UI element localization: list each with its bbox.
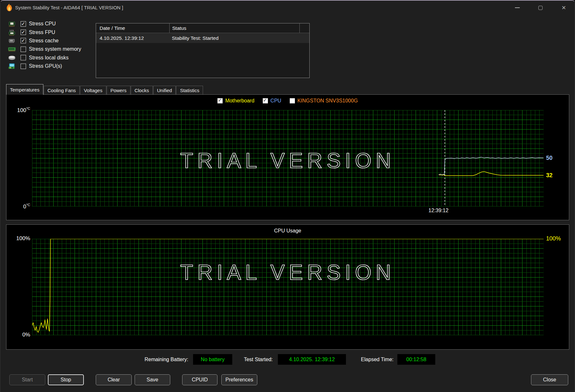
legend-kingston-checkbox[interactable] — [290, 98, 295, 103]
remaining-battery-label: Remaining Battery: — [135, 354, 188, 365]
log-col-datetime: Date / Time — [96, 25, 169, 31]
close-button[interactable]: Close — [531, 374, 568, 385]
stress-option-disks[interactable]: Stress local disks — [7, 54, 81, 62]
stop-button[interactable]: Stop — [48, 374, 84, 385]
clear-button[interactable]: Clear — [96, 374, 132, 385]
tab-unified[interactable]: Unified — [153, 86, 176, 95]
log-row-datetime: 4.10.2025. 12:39:12 — [96, 35, 169, 41]
log-table-row[interactable]: 4.10.2025. 12:39:12 Stability Test: Star… — [96, 33, 309, 43]
trial-watermark: TRIAL VERSION — [6, 260, 569, 284]
log-table-header: Date / Time Status — [96, 23, 309, 33]
cpu-axis-max-label: 100% — [9, 235, 30, 242]
cpuid-button[interactable]: CPUID — [182, 374, 217, 385]
stress-cache-checkbox[interactable] — [21, 38, 26, 43]
stress-disks-label: Stress local disks — [29, 55, 69, 61]
legend-cpu[interactable]: CPU — [263, 98, 281, 104]
test-started-value: 4.10.2025. 12:39:12 — [278, 354, 346, 365]
minimize-button[interactable] — [507, 1, 528, 15]
tab-statistics[interactable]: Statistics — [176, 86, 203, 95]
cpu-usage-current-label: 100% — [546, 235, 561, 242]
stress-fpu-checkbox[interactable] — [21, 30, 26, 35]
elapsed-time-value: 00:12:58 — [397, 354, 435, 365]
gpu-icon — [7, 62, 17, 70]
legend-kingston[interactable]: KINGSTON SNV3S1000G — [290, 98, 358, 104]
cpu-usage-title: CPU Usage — [6, 228, 569, 234]
aida64-flame-icon — [5, 3, 13, 12]
stress-memory-checkbox[interactable] — [21, 47, 26, 52]
disk-icon — [7, 54, 17, 62]
stress-option-cache[interactable]: Stress cache — [7, 37, 81, 45]
event-log-table: Date / Time Status 4.10.2025. 12:39:12 S… — [96, 23, 310, 78]
stress-memory-label: Stress system memory — [29, 46, 81, 52]
tab-cooling-fans[interactable]: Cooling Fans — [44, 86, 80, 95]
temp-axis-max-label: 100°C — [9, 107, 30, 114]
legend-motherboard[interactable]: Motherboard — [217, 98, 254, 104]
preferences-button[interactable]: Preferences — [221, 374, 257, 385]
close-window-button[interactable]: ✕ — [552, 1, 575, 15]
stress-cpu-label: Stress CPU — [29, 21, 56, 27]
temperature-chart-panel: Motherboard CPU KINGSTON SNV3S1000G 100°… — [6, 94, 569, 220]
title-bar: System Stability Test - AIDA64 [ TRIAL V… — [0, 1, 575, 15]
temperature-legend: Motherboard CPU KINGSTON SNV3S1000G — [6, 98, 569, 104]
stress-disks-checkbox[interactable] — [21, 55, 26, 60]
stress-option-cpu[interactable]: Stress CPU — [7, 20, 81, 28]
stress-option-gpu[interactable]: Stress GPU(s) — [7, 62, 81, 70]
legend-motherboard-checkbox[interactable] — [217, 98, 223, 103]
temp-axis-min-label: 0°C — [9, 203, 30, 210]
log-row-status: Stability Test: Started — [169, 35, 218, 41]
cpu-usage-plot-area — [32, 239, 544, 335]
stress-gpu-label: Stress GPU(s) — [29, 63, 62, 69]
cpu-icon — [7, 20, 17, 28]
time-axis-label: 12:39:12 — [418, 208, 459, 213]
stress-options-list: Stress CPU 123 Stress FPU Stress cache S… — [7, 20, 81, 70]
trial-watermark: TRIAL VERSION — [6, 148, 569, 173]
stress-fpu-label: Stress FPU — [29, 30, 55, 35]
fpu-icon: 123 — [7, 29, 17, 36]
tab-powers[interactable]: Powers — [107, 86, 130, 95]
chart-tabs: Temperatures Cooling Fans Voltages Power… — [6, 84, 203, 95]
legend-cpu-checkbox[interactable] — [263, 98, 268, 103]
stress-cpu-checkbox[interactable] — [21, 21, 26, 27]
start-button[interactable]: Start — [9, 374, 45, 385]
log-col-status: Status — [169, 23, 299, 33]
legend-motherboard-label: Motherboard — [225, 98, 254, 104]
window-title: System Stability Test - AIDA64 [ TRIAL V… — [15, 1, 123, 15]
cpu-axis-min-label: 0% — [9, 332, 30, 338]
tab-temperatures[interactable]: Temperatures — [6, 84, 43, 95]
app-window: System Stability Test - AIDA64 [ TRIAL V… — [0, 0, 575, 392]
test-started-label: Test Started: — [238, 354, 273, 365]
stress-option-fpu[interactable]: 123 Stress FPU — [7, 28, 81, 36]
elapsed-time-label: Elapsed Time: — [356, 354, 394, 365]
stress-cache-label: Stress cache — [29, 38, 58, 44]
save-button[interactable]: Save — [135, 374, 170, 385]
legend-kingston-label: KINGSTON SNV3S1000G — [297, 98, 358, 104]
log-col-empty — [299, 23, 309, 33]
legend-cpu-label: CPU — [270, 98, 281, 104]
cpu-usage-chart-panel: CPU Usage 100% 0% TRIAL VERSION 100% — [6, 224, 569, 350]
cpu-current-temp-label: 50 — [546, 155, 553, 161]
motherboard-current-temp-label: 32 — [546, 172, 553, 179]
minimize-icon — [515, 7, 520, 8]
remaining-battery-value: No battery — [193, 354, 232, 365]
maximize-icon — [538, 6, 543, 10]
stress-option-memory[interactable]: Stress system memory — [7, 45, 81, 53]
stress-gpu-checkbox[interactable] — [21, 64, 26, 69]
memory-icon — [7, 45, 17, 53]
cache-icon — [7, 37, 17, 45]
tab-clocks[interactable]: Clocks — [131, 86, 153, 95]
tab-voltages[interactable]: Voltages — [80, 86, 106, 95]
maximize-button[interactable] — [530, 1, 551, 15]
close-icon: ✕ — [562, 4, 566, 11]
